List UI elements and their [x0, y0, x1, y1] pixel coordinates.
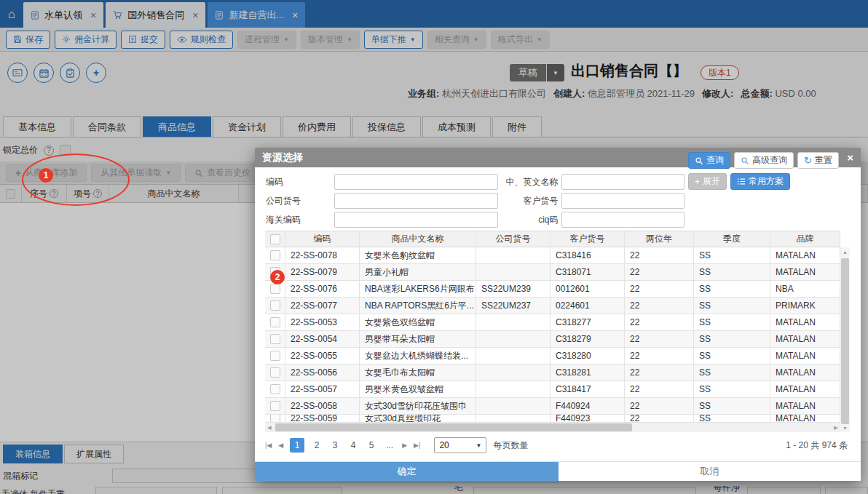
column-header[interactable]: 客户货号 [551, 231, 625, 247]
table-cell [476, 314, 551, 330]
table-row[interactable]: 22-SS-0055女婴盆边大机绣蝴蝶结装...C31828022SSMATAL… [265, 348, 840, 364]
table-cell: 22 [625, 298, 694, 314]
scroll-up-icon[interactable]: ▲ [840, 247, 850, 256]
table-row[interactable]: 22-SS-0059女式30d真丝缎印花F44092322SSMATALAN [265, 415, 840, 423]
table-cell: 22 [625, 314, 694, 330]
table-cell: MATALAN [770, 247, 840, 263]
reset-button[interactable]: ↻重置 [797, 152, 839, 169]
row-checkbox[interactable] [270, 317, 280, 327]
table-cell: 22-SS-0078 [285, 247, 360, 263]
page-size-select[interactable]: 20▼ [434, 437, 486, 453]
page-number[interactable]: 2 [311, 440, 323, 450]
table-cell: 22-SS-0079 [285, 264, 360, 280]
table-cell: SS [694, 381, 770, 397]
table-cell: NBA [770, 281, 840, 297]
table-cell: 22 [625, 398, 694, 414]
search-row: 公司货号客户货号 [255, 193, 684, 209]
table-row[interactable]: 22-SS-0079男童小礼帽C31807122SSMATALAN [265, 264, 840, 281]
table-cell: MATALAN [770, 348, 840, 364]
table-cell: C318416 [551, 247, 625, 263]
search-input[interactable] [334, 174, 498, 190]
search-input[interactable] [334, 212, 498, 228]
table-cell: PRIMARK [770, 298, 840, 314]
row-checkbox[interactable] [270, 401, 280, 411]
table-cell: F440923 [551, 415, 625, 422]
table-cell [476, 398, 551, 414]
table-cell: SS [694, 398, 770, 414]
advanced-query-button[interactable]: 高级查询 [734, 152, 794, 169]
cancel-button[interactable]: 取消 [559, 462, 861, 481]
table-row[interactable]: 22-SS-0053女婴紫色双绉盆帽C31827722SSMATALAN [265, 314, 840, 331]
search-input[interactable] [334, 193, 498, 209]
table-cell [476, 364, 551, 381]
page-number[interactable]: 4 [347, 440, 359, 450]
search-icon [695, 156, 703, 165]
table-cell: 男童小礼帽 [360, 264, 476, 280]
prev-page-icon[interactable]: ◀ [278, 442, 283, 449]
scheme-button[interactable]: 常用方案 [730, 173, 790, 190]
column-header[interactable]: 商品中文名称 [360, 231, 476, 247]
page-number[interactable]: 1 [290, 438, 304, 453]
table-cell: 22-SS-0057 [285, 381, 360, 397]
table-row[interactable]: 22-SS-0076NBA迷彩LAKERS6片网眼布SS22UM23900126… [265, 281, 840, 298]
row-checkbox[interactable] [270, 367, 280, 378]
table-cell [476, 415, 551, 422]
column-header[interactable]: 季度 [694, 231, 770, 247]
table-row[interactable]: 22-SS-0056女婴毛巾布太阳帽C31828122SSMATALAN [265, 364, 840, 381]
chevron-down-icon: ▼ [476, 442, 481, 449]
table-row[interactable]: 22-SS-0058女式30d雪纺印花压皱围巾F44092422SSMATALA… [265, 398, 840, 415]
row-checkbox[interactable] [270, 415, 280, 422]
column-header[interactable]: 两位年 [625, 231, 694, 247]
scroll-down-icon[interactable]: ▼ [840, 423, 850, 432]
search-input[interactable] [561, 174, 684, 190]
horizontal-scrollbar[interactable]: ◀ ▶ [265, 423, 840, 432]
search-input[interactable] [561, 212, 684, 228]
scrollbar-thumb[interactable] [275, 423, 632, 431]
table-cell: 女式30d雪纺印花压皱围巾 [360, 398, 476, 414]
table-row[interactable]: 22-SS-0078女婴米色豹纹盆帽C31841622SSMATALAN [265, 247, 840, 264]
search-field-label: 客户货号 [498, 195, 561, 207]
column-header[interactable]: 编码 [285, 231, 360, 247]
table-cell: 22-SS-0054 [285, 331, 360, 347]
resource-table: 编码商品中文名称公司货号客户货号两位年季度品牌22-SS-0078女婴米色豹纹盆… [265, 231, 840, 423]
query-button[interactable]: 查询 [688, 152, 730, 169]
row-checkbox[interactable] [270, 284, 280, 294]
scroll-left-icon[interactable]: ◀ [265, 423, 274, 432]
scroll-right-icon[interactable]: ▶ [832, 423, 840, 432]
last-page-icon[interactable]: ▶| [414, 442, 420, 449]
search-field-label: 海关编码 [255, 214, 334, 226]
table-cell: C318279 [551, 331, 625, 347]
column-header[interactable]: 品牌 [770, 231, 840, 247]
table-cell: 22-SS-0056 [285, 364, 360, 381]
row-checkbox[interactable] [270, 334, 280, 344]
annotation-ellipse [22, 154, 130, 206]
ok-button[interactable]: 确定 [255, 462, 559, 481]
first-page-icon[interactable]: |◀ [265, 442, 272, 449]
row-checkbox[interactable] [270, 250, 280, 260]
table-cell: 22-SS-0058 [285, 398, 360, 414]
column-header[interactable]: 公司货号 [476, 231, 551, 247]
table-row[interactable]: 22-SS-0077NBA RAPTORS黑红6片平...SS22UM23702… [265, 298, 840, 314]
search-row: 编码中、英文名称 [255, 174, 684, 190]
table-cell [476, 247, 551, 263]
vertical-scrollbar[interactable]: ▲ ▼ [840, 247, 850, 432]
table-row[interactable]: 22-SS-0054男婴带耳朵太阳帽C31827922SSMATALAN [265, 331, 840, 348]
pagination-bar: |◀ ◀ 12345... ▶ ▶| 20▼ 每页数量 1 - 20 共 974… [265, 434, 851, 456]
page-number[interactable]: 5 [366, 440, 377, 450]
table-cell: 0224601 [551, 298, 625, 314]
row-checkbox[interactable] [270, 351, 280, 361]
select-all-checkbox[interactable] [270, 234, 280, 244]
expand-button[interactable]: +展开 [688, 173, 727, 190]
table-cell: 0012601 [551, 281, 625, 297]
page-number[interactable]: ... [384, 440, 395, 450]
search-input[interactable] [561, 193, 684, 209]
scrollbar-thumb[interactable] [841, 258, 849, 424]
page-number[interactable]: 3 [329, 440, 341, 450]
table-cell: MATALAN [770, 331, 840, 347]
next-page-icon[interactable]: ▶ [402, 442, 407, 449]
row-checkbox[interactable] [270, 300, 280, 311]
table-cell: C318071 [551, 264, 625, 280]
table-header-row: 编码商品中文名称公司货号客户货号两位年季度品牌 [265, 231, 840, 247]
row-checkbox[interactable] [270, 384, 280, 394]
table-row[interactable]: 22-SS-0057男婴米黄色双皱盆帽C31841722SSMATALAN [265, 381, 840, 398]
